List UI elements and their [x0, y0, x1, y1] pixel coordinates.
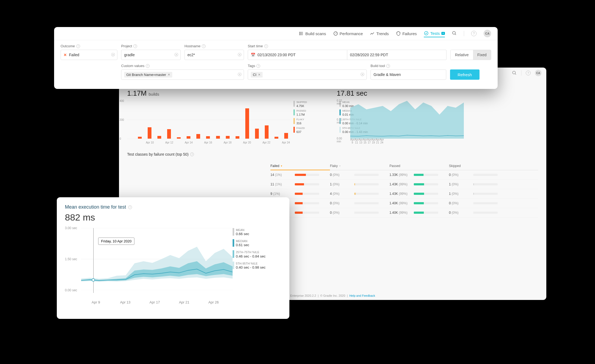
chip-remove-icon[interactable]: ✕: [168, 73, 170, 76]
help-icon[interactable]: ?: [471, 31, 477, 36]
table-row[interactable]: 11 (1%)1 (0%)1.43K (99%)1 (0%): [270, 180, 538, 189]
svg-point-5: [299, 32, 300, 33]
filter-panel: Build scans Performance Trends Failures …: [54, 27, 498, 89]
cell-value: 14 (1%): [270, 173, 295, 177]
chip-remove-icon[interactable]: ✕: [258, 73, 260, 76]
avatar[interactable]: CA: [535, 70, 541, 76]
cell-bar: [295, 174, 319, 176]
column-header[interactable]: Failed ▼: [270, 164, 330, 170]
table-row[interactable]: 9 (1%)0 (0%)1.40K (99%)0 (0%): [270, 199, 538, 208]
chart-value: 1.17M builds: [127, 89, 329, 98]
project-label: Project?: [121, 44, 181, 48]
avatar[interactable]: CA: [484, 30, 491, 37]
clear-icon[interactable]: ⓧ: [238, 72, 242, 77]
bar-legend: SKIPPED4.75KPASSED1.17MFLAKY316FAILED637: [293, 101, 329, 144]
help-icon[interactable]: ?: [526, 71, 531, 75]
column-header[interactable]: Flaky ▼: [330, 164, 389, 168]
clear-icon[interactable]: ⓧ: [174, 52, 178, 57]
tags-label: Tags?: [248, 64, 367, 68]
cell-value: 1 (0%): [449, 192, 473, 196]
cell-bar: [414, 212, 438, 214]
buildtool-label: Build tool?: [371, 64, 446, 68]
tab-tests[interactable]: Tests✦: [424, 31, 445, 37]
cell-value: 0 (0%): [330, 201, 354, 205]
fixed-button[interactable]: Fixed: [473, 50, 491, 60]
help-icon[interactable]: ?: [146, 64, 150, 68]
builds-chart: Builds that executed test classes? 1.17M…: [127, 84, 329, 144]
help-icon[interactable]: ?: [128, 205, 132, 209]
outcome-label: Outcome?: [61, 44, 117, 48]
cell-bar: [295, 202, 319, 204]
cell-bar: [473, 174, 498, 176]
tab-trends[interactable]: Trends: [370, 31, 389, 36]
hostname-input[interactable]: ec2*ⓧ: [184, 50, 244, 60]
tab-build-scans[interactable]: Build scans: [299, 31, 326, 36]
popup-value: 882 ms: [65, 212, 281, 223]
nav-tabs: Build scans Performance Trends Failures …: [54, 27, 498, 40]
cell-value: 1 (0%): [330, 182, 354, 186]
starttime-from-input[interactable]: 📅02/13/2020 23:00 PDT: [248, 50, 347, 60]
divider: [464, 31, 464, 36]
cell-value: 9 (1%): [270, 192, 295, 196]
chart-tooltip: Friday, 10 Apr 2020: [98, 238, 135, 245]
buildtool-input[interactable]: Gradle & Maven: [371, 69, 446, 80]
cell-bar: [354, 183, 379, 185]
cell-value: 1.40K (99%): [389, 211, 414, 215]
divider: [521, 70, 521, 76]
svg-point-7: [299, 35, 300, 35]
clear-icon[interactable]: ⓧ: [111, 52, 115, 57]
cell-bar: [295, 193, 319, 195]
cell-value: 1.43K (99%): [389, 192, 414, 196]
outcome-input[interactable]: ✕Failedⓧ: [61, 50, 117, 60]
table-row[interactable]: 9 (1%)0 (0%)1.40K (99%)0 (0%): [270, 208, 538, 218]
search-icon[interactable]: [512, 71, 517, 75]
cell-value: 0 (0%): [330, 173, 354, 177]
help-icon[interactable]: ?: [202, 44, 206, 48]
help-icon[interactable]: ?: [133, 44, 137, 48]
svg-point-0: [513, 71, 515, 74]
tags-input[interactable]: CI✕ⓧ: [248, 69, 367, 80]
table-row[interactable]: 9 (1%)4 (0%)1.43K (99%)1 (0%): [270, 189, 538, 199]
tab-failures[interactable]: Failures: [396, 31, 417, 36]
table-row[interactable]: 14 (1%)0 (0%)1.33K (99%)0 (0%): [270, 170, 538, 180]
help-icon[interactable]: ?: [76, 44, 80, 48]
cell-value: 1.43K (99%): [389, 182, 414, 186]
calendar-icon: 📅: [251, 53, 255, 57]
cell-bar: [354, 202, 379, 204]
clear-icon[interactable]: ⓧ: [361, 72, 364, 77]
relative-button[interactable]: Relative: [451, 50, 473, 60]
help-feedback-link[interactable]: Help and Feedback: [349, 294, 375, 297]
popup-title: Mean execution time for test?: [65, 204, 281, 210]
cell-bar: [414, 193, 438, 195]
svg-point-6: [299, 33, 300, 34]
tab-performance[interactable]: Performance: [333, 31, 363, 36]
help-icon[interactable]: ?: [386, 64, 390, 68]
customvalues-label: Custom values?: [121, 64, 244, 68]
chart-value: 17.81 sec: [337, 89, 538, 98]
cell-bar: [473, 193, 498, 195]
column-header[interactable]: Passed: [389, 164, 449, 168]
cell-value: 0 (0%): [330, 211, 354, 215]
cell-bar: [414, 183, 438, 185]
refresh-button[interactable]: Refresh: [450, 69, 480, 80]
table-title: Test classes by failure count (top 50)?: [127, 152, 538, 156]
popup-plot: 0.00 sec1.50 sec3.00 secFriday, 10 Apr 2…: [65, 228, 228, 304]
help-icon[interactable]: ?: [264, 44, 268, 48]
cell-value: 1.40K (99%): [389, 201, 414, 205]
starttime-to-input[interactable]: 02/28/2020 22:59 PDT: [347, 50, 447, 60]
cell-bar: [414, 174, 438, 176]
help-icon[interactable]: ?: [256, 64, 260, 68]
column-header[interactable]: Skipped: [449, 164, 508, 168]
clear-icon[interactable]: ⓧ: [238, 52, 242, 57]
cell-value: 0 (0%): [449, 201, 473, 205]
cell-value: 0 (0%): [449, 173, 473, 177]
search-icon[interactable]: [452, 31, 457, 36]
cell-value: 1.33K (99%): [389, 173, 414, 177]
help-icon[interactable]: ?: [190, 152, 194, 156]
svg-line-1: [515, 74, 516, 75]
cell-value: 4 (0%): [330, 192, 354, 196]
customvalues-input[interactable]: Git Branch Name=master✕ⓧ: [121, 69, 244, 80]
svg-point-10: [452, 31, 455, 34]
tags-chip: CI✕: [251, 72, 263, 78]
project-input[interactable]: gradleⓧ: [121, 50, 181, 60]
